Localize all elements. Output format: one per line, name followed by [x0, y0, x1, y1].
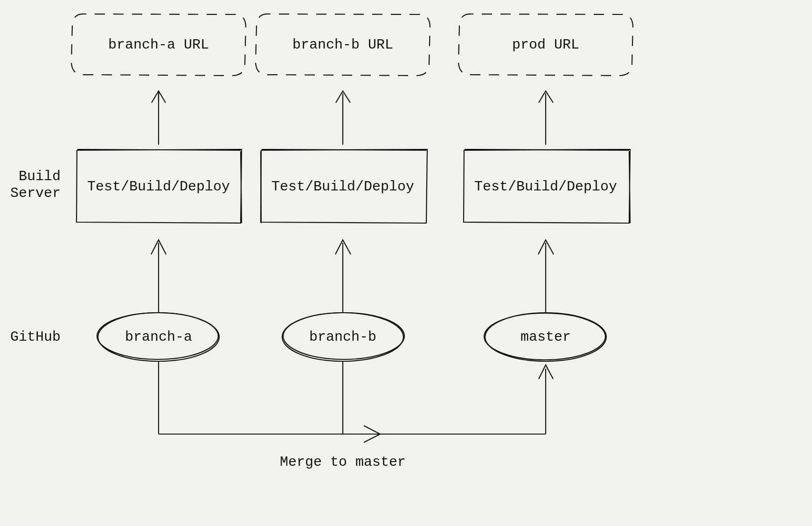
column-master: prod URL Test/Build/Deploy master	[458, 14, 633, 361]
url-label-prod: prod URL	[512, 37, 579, 53]
label-merge-to-master: Merge to master	[280, 454, 406, 470]
url-label-branch-a: branch-a URL	[108, 37, 209, 53]
build-label-master: Test/Build/Deploy	[474, 179, 617, 195]
merge-to-master-connector	[159, 361, 553, 442]
build-label-branch-b: Test/Build/Deploy	[271, 179, 414, 195]
branch-label-a: branch-a	[125, 329, 192, 345]
column-branch-b: branch-b URL Test/Build/Deploy branch-b	[256, 14, 430, 361]
branch-label-master: master	[521, 329, 571, 345]
build-label-branch-a: Test/Build/Deploy	[87, 179, 230, 195]
build-box-branch-b-left2	[261, 151, 261, 223]
label-build-server-line1: Build	[19, 168, 61, 184]
url-label-branch-b: branch-b URL	[292, 37, 393, 53]
deployment-diagram: Build Server GitHub branch-a URL Test/Bu…	[0, 0, 812, 526]
branch-label-b: branch-b	[309, 329, 376, 345]
label-github: GitHub	[10, 329, 61, 345]
label-build-server-line2: Server	[10, 185, 61, 201]
column-branch-a: branch-a URL Test/Build/Deploy branch-a	[71, 14, 246, 361]
